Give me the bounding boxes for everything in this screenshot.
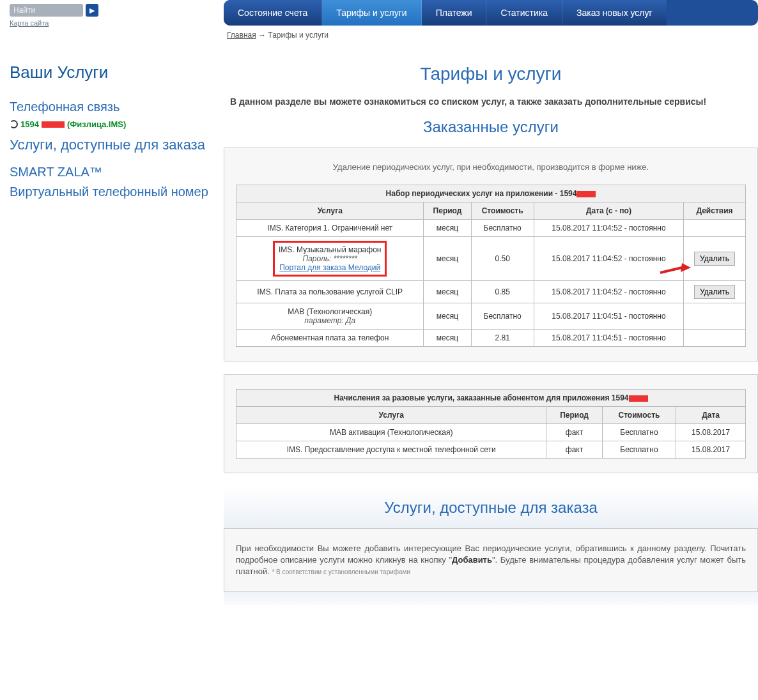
service-cell: IMS. Предоставление доступа к местной те… xyxy=(236,441,546,458)
cost-cell: Бесплатно xyxy=(602,441,676,458)
nav-item-2[interactable]: Платежи xyxy=(422,0,487,26)
sidebar-available-services[interactable]: Услуги, доступные для заказа xyxy=(10,135,217,155)
period-cell: месяц xyxy=(424,236,471,280)
loading-icon xyxy=(10,120,18,128)
service-cell: МАВ (Технологическая)параметр: Да xyxy=(236,303,424,329)
breadcrumb-current: Тарифы и услуги xyxy=(268,31,329,40)
period-cell: факт xyxy=(546,441,602,458)
ordered-panel-note: Удаление периодических услуг, при необхо… xyxy=(236,162,746,172)
table-row: IMS. Музыкальный марафонПароль: ********… xyxy=(236,236,746,280)
col-service: Услуга xyxy=(236,406,546,423)
periodic-services-table: Набор периодических услуг на приложении … xyxy=(236,185,746,347)
onetime-table-caption: Начисления за разовые услуги, заказанные… xyxy=(236,389,746,406)
available-services-panel: При необходимости Вы можете добавить инт… xyxy=(224,528,758,593)
service-cell: IMS. Плата за пользование услугой CLIP xyxy=(236,280,424,303)
service-cell: МАВ активация (Технологическая) xyxy=(236,423,546,441)
date-cell: 15.08.2017 xyxy=(676,423,746,441)
service-cell: IMS. Категория 1. Ограничений нет xyxy=(236,219,424,236)
account-number: 1594 xyxy=(20,119,39,129)
sidebar-virtual-number[interactable]: Виртуальный телефонный номер xyxy=(10,183,217,201)
actions-cell xyxy=(684,329,746,346)
sidebar-telephony[interactable]: Телефонная связь xyxy=(10,98,217,116)
date-cell: 15.08.2017 11:04:52 - постоянно xyxy=(534,280,683,303)
onetime-services-panel: Начисления за разовые услуги, заказанные… xyxy=(224,374,758,473)
arrow-right-icon: ▶ xyxy=(89,6,95,15)
available-services-title: Услуги, доступные для заказа xyxy=(224,499,758,517)
redacted-block xyxy=(576,191,596,197)
delete-button[interactable]: Удалить xyxy=(694,285,735,299)
service-cell: IMS. Музыкальный марафонПароль: ********… xyxy=(236,236,424,280)
actions-cell xyxy=(684,303,746,329)
date-cell: 15.08.2017 11:04:51 - постоянно xyxy=(534,303,683,329)
col-period: Период xyxy=(546,406,602,423)
breadcrumb-home[interactable]: Главная xyxy=(227,31,256,40)
date-cell: 15.08.2017 xyxy=(676,441,746,458)
actions-cell: Удалить xyxy=(684,236,746,280)
redacted-block xyxy=(42,121,65,128)
period-cell: факт xyxy=(546,423,602,441)
table-row: Абонементная плата за телефонмесяц2.8115… xyxy=(236,329,746,346)
melody-portal-link[interactable]: Портал для заказа Мелодий xyxy=(279,263,380,272)
period-cell: месяц xyxy=(424,219,471,236)
service-cell: Абонементная плата за телефон xyxy=(236,329,424,346)
nav-item-1[interactable]: Тарифы и услуги xyxy=(322,0,421,26)
col-cost: Стоимость xyxy=(602,406,676,423)
sitemap-link[interactable]: Карта сайта xyxy=(10,19,49,27)
col-date: Дата xyxy=(676,406,746,423)
intro-text: В данном разделе вы можете ознакомиться … xyxy=(224,96,758,112)
ordered-services-panel: Удаление периодических услуг, при необхо… xyxy=(224,148,758,361)
search-input[interactable] xyxy=(10,4,83,17)
sidebar-account-line[interactable]: 1594 (Физлица.IMS) xyxy=(10,119,217,129)
actions-cell: Удалить xyxy=(684,280,746,303)
nav-item-0[interactable]: Состояние счета xyxy=(224,0,322,26)
sidebar-smart-zala[interactable]: SMART ZALA™ xyxy=(10,164,217,181)
main-nav: Состояние счетаТарифы и услугиПлатежиСта… xyxy=(224,0,758,26)
nav-item-3[interactable]: Статистика xyxy=(486,0,562,26)
account-type: (Физлица.IMS) xyxy=(67,119,126,129)
page-title: Тарифы и услуги xyxy=(224,64,758,84)
available-note: При необходимости Вы можете добавить инт… xyxy=(236,543,746,578)
delete-button[interactable]: Удалить xyxy=(694,252,735,266)
cost-cell: Бесплатно xyxy=(602,423,676,441)
table-row: МАВ активация (Технологическая)фактБеспл… xyxy=(236,423,746,441)
cost-cell: Бесплатно xyxy=(471,219,534,236)
col-service: Услуга xyxy=(236,202,424,219)
col-date: Дата (с - по) xyxy=(534,202,683,219)
col-actions: Действия xyxy=(684,202,746,219)
periodic-table-caption: Набор периодических услуг на приложении … xyxy=(236,185,746,202)
date-cell: 15.08.2017 11:04:52 - постоянно xyxy=(534,219,683,236)
breadcrumb-sep: → xyxy=(256,31,268,40)
table-row: IMS. Категория 1. Ограничений нетмесяцБе… xyxy=(236,219,746,236)
actions-cell xyxy=(684,219,746,236)
search-button[interactable]: ▶ xyxy=(86,4,98,17)
period-cell: месяц xyxy=(424,280,471,303)
sidebar-heading: Ваши Услуги xyxy=(10,63,217,82)
redacted-block xyxy=(629,395,648,402)
cost-cell: 0.85 xyxy=(471,280,534,303)
table-row: IMS. Плата за пользование услугой CLIPме… xyxy=(236,280,746,303)
nav-item-4[interactable]: Заказ новых услуг xyxy=(562,0,667,26)
period-cell: месяц xyxy=(424,303,471,329)
col-cost: Стоимость xyxy=(471,202,534,219)
ordered-services-title: Заказанные услуги xyxy=(224,118,758,136)
col-period: Период xyxy=(424,202,471,219)
table-row: МАВ (Технологическая)параметр: ДамесяцБе… xyxy=(236,303,746,329)
onetime-services-table: Начисления за разовые услуги, заказанные… xyxy=(236,389,746,459)
breadcrumb: Главная → Тарифы и услуги xyxy=(224,26,758,45)
cost-cell: Бесплатно xyxy=(471,303,534,329)
cost-cell: 0.50 xyxy=(471,236,534,280)
period-cell: месяц xyxy=(424,329,471,346)
date-cell: 15.08.2017 11:04:51 - постоянно xyxy=(534,329,683,346)
table-row: IMS. Предоставление доступа к местной те… xyxy=(236,441,746,458)
cost-cell: 2.81 xyxy=(471,329,534,346)
